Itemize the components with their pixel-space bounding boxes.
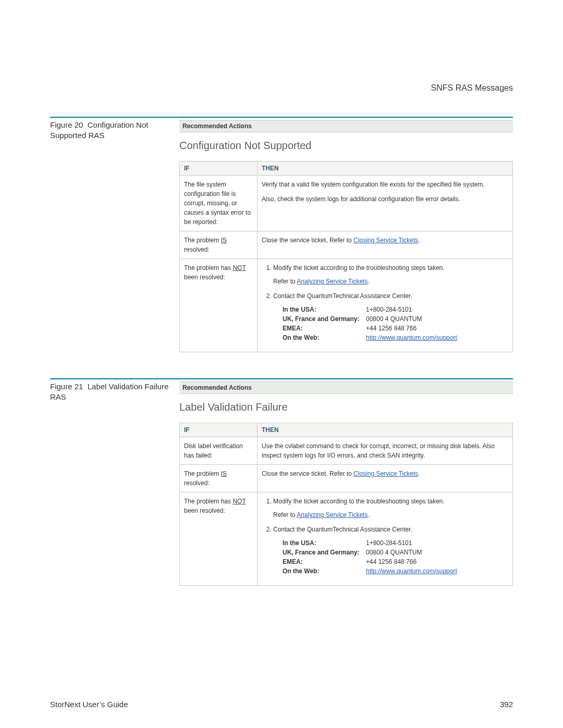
text: resolved: xyxy=(184,246,210,253)
ras-table: IF THEN The file system configuration fi… xyxy=(179,161,513,352)
table-row: The problem IS resolved: Close the servi… xyxy=(180,465,513,492)
list-item: Contact the QuantumTechnical Assistance … xyxy=(273,525,508,576)
contact-label: EMEA: xyxy=(283,324,366,333)
text: . xyxy=(368,278,369,285)
text: Modify the ticket according to the troub… xyxy=(273,264,445,272)
contact-value: +44 1256 848 766 xyxy=(366,324,508,333)
divider xyxy=(50,378,513,379)
contact-row: EMEA: +44 1256 848 766 xyxy=(283,557,508,566)
steps-list: Modify the ticket according to the troub… xyxy=(262,497,508,576)
col-then-header: THEN xyxy=(258,162,513,176)
divider xyxy=(50,117,513,118)
analyzing-service-tickets-link[interactable]: Analyzing Service Tickets xyxy=(297,278,368,285)
emphasis-not: NOT xyxy=(232,264,246,272)
contact-label: UK, France and Germany: xyxy=(283,548,366,557)
then-cell: Close the service ticket. Refer to Closi… xyxy=(258,465,513,492)
contact-label: On the Web: xyxy=(283,566,366,576)
text: . xyxy=(418,470,420,477)
text: The problem has xyxy=(184,264,232,272)
then-cell: Modify the ticket according to the troub… xyxy=(258,492,513,586)
text: Close the service ticket. Refer to xyxy=(262,470,353,477)
figure-caption: Figure 21 Label Validation Failure RAS xyxy=(50,381,179,403)
list-item: Modify the ticket according to the troub… xyxy=(273,263,508,286)
recommended-actions-bar: Recommended Actions xyxy=(179,120,513,132)
contact-label: On the Web: xyxy=(283,333,366,342)
contact-row: In the USA: 1+800-284-5101 xyxy=(283,305,508,314)
contact-row: UK, France and Germany: 00800 4 QUANTUM xyxy=(283,548,508,557)
then-line: Also, check the system logs for addition… xyxy=(262,194,508,204)
table-row: The file system configuration file is co… xyxy=(180,176,513,231)
figure-caption: Figure 20 Configuration Not Supported RA… xyxy=(50,120,179,141)
text: Refer to xyxy=(273,511,297,519)
section-header: SNFS RAS Messages xyxy=(50,83,513,93)
contact-label: EMEA: xyxy=(283,557,366,566)
text: Contact the QuantumTechnical Assistance … xyxy=(273,526,412,533)
document-page: SNFS RAS Messages Figure 20 Configuratio… xyxy=(0,0,563,728)
contact-value: http://www.quantum.com/support xyxy=(366,566,508,576)
contact-row: On the Web: http://www.quantum.com/suppo… xyxy=(283,566,508,576)
contact-row: On the Web: http://www.quantum.com/suppo… xyxy=(283,333,508,342)
figure-block: Figure 20 Configuration Not Supported RA… xyxy=(50,120,513,352)
closing-service-tickets-link[interactable]: Closing Service Tickets xyxy=(353,470,418,477)
if-cell: The problem has NOT been resolved: xyxy=(180,492,258,586)
contact-value: 00800 4 QUANTUM xyxy=(366,314,508,324)
text: . xyxy=(368,511,369,519)
if-cell: The file system configuration file is co… xyxy=(180,176,258,231)
text: . xyxy=(418,237,420,244)
contact-value: http://www.quantum.com/support xyxy=(366,333,508,342)
page-footer: StorNext User’s Guide 392 xyxy=(50,700,513,709)
col-then-header: THEN xyxy=(258,423,513,437)
then-cell: Verify that a valid file system configur… xyxy=(258,176,513,231)
contact-label: In the USA: xyxy=(283,305,366,314)
contact-value: 1+800-284-5101 xyxy=(366,538,508,548)
then-line: Verify that a valid file system configur… xyxy=(262,180,508,189)
if-cell: The problem IS resolved: xyxy=(180,465,258,492)
contact-row: In the USA: 1+800-284-5101 xyxy=(283,538,508,548)
table-row: The problem has NOT been resolved: Modif… xyxy=(180,259,513,352)
panel-title: Label Validation Failure xyxy=(179,401,513,413)
support-url-link[interactable]: http://www.quantum.com/support xyxy=(366,334,457,341)
figure-number: Figure 21 xyxy=(50,382,83,391)
text: been resolved: xyxy=(184,507,225,514)
text: resolved: xyxy=(184,479,210,487)
emphasis-is: IS xyxy=(221,237,227,244)
figure-block: Figure 21 Label Validation Failure RAS R… xyxy=(50,381,513,586)
contact-row: UK, France and Germany: 00800 4 QUANTUM xyxy=(283,314,508,324)
recommended-actions-bar: Recommended Actions xyxy=(179,381,513,394)
emphasis-is: IS xyxy=(221,470,227,477)
text: The problem xyxy=(184,470,221,477)
footer-left: StorNext User’s Guide xyxy=(50,700,128,709)
footer-page-number: 392 xyxy=(500,700,513,709)
text: Close the service ticket. Refer to xyxy=(262,237,353,244)
closing-service-tickets-link[interactable]: Closing Service Tickets xyxy=(353,237,418,244)
list-item: Contact the QuantumTechnical Assistance … xyxy=(273,291,508,342)
then-line: Use the cvlabel command to check for cor… xyxy=(262,441,508,460)
table-header-row: IF THEN xyxy=(180,423,513,437)
steps-list: Modify the ticket according to the troub… xyxy=(262,263,508,342)
col-if-header: IF xyxy=(180,423,258,437)
if-cell: The problem has NOT been resolved: xyxy=(180,259,258,352)
figure-number: Figure 20 xyxy=(50,120,83,129)
emphasis-not: NOT xyxy=(232,498,246,505)
contact-label: UK, France and Germany: xyxy=(283,314,366,324)
figure-content: Recommended Actions Label Validation Fai… xyxy=(179,381,513,586)
text: Modify the ticket according to the troub… xyxy=(273,498,445,505)
text: Contact the QuantumTechnical Assistance … xyxy=(273,292,412,300)
table-header-row: IF THEN xyxy=(180,162,513,176)
text: The problem xyxy=(184,237,221,244)
panel-title: Configuration Not Supported xyxy=(179,140,513,152)
then-cell: Close the service ticket. Refer to Closi… xyxy=(258,231,513,259)
contact-label: In the USA: xyxy=(283,538,366,548)
support-url-link[interactable]: http://www.quantum.com/support xyxy=(366,567,457,575)
contact-value: 1+800-284-5101 xyxy=(366,305,508,314)
col-if-header: IF xyxy=(180,162,258,176)
if-cell: The problem IS resolved: xyxy=(180,231,258,259)
table-row: The problem has NOT been resolved: Modif… xyxy=(180,492,513,586)
table-row: Disk label verification has failed: Use … xyxy=(180,437,513,465)
analyzing-service-tickets-link[interactable]: Analyzing Service Tickets xyxy=(297,511,368,519)
ras-table: IF THEN Disk label verification has fail… xyxy=(179,423,513,586)
text: Refer to xyxy=(273,278,297,285)
then-cell: Modify the ticket according to the troub… xyxy=(258,259,513,352)
list-item: Modify the ticket according to the troub… xyxy=(273,497,508,520)
text: been resolved: xyxy=(184,274,225,281)
